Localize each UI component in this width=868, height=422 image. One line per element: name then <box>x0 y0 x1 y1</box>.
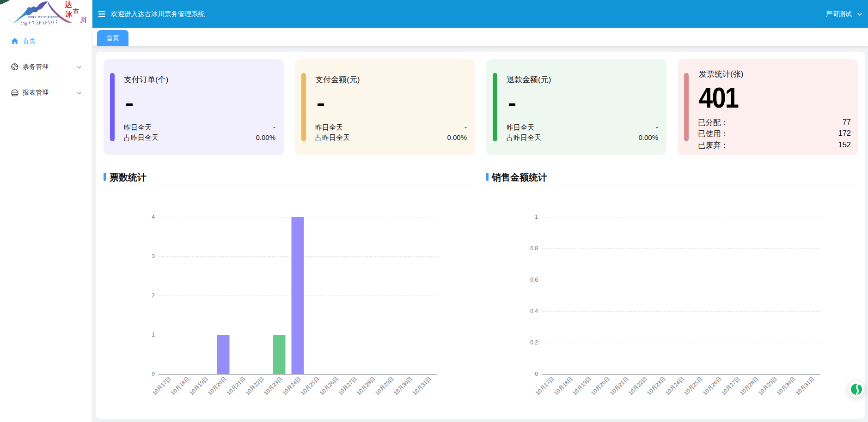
svg-text:10月27日: 10月27日 <box>337 375 358 397</box>
svg-text:10月20日: 10月20日 <box>590 375 611 397</box>
svg-text:10月26日: 10月26日 <box>318 375 340 397</box>
svg-text:0.8: 0.8 <box>530 245 538 252</box>
svg-text:1: 1 <box>535 214 538 220</box>
svg-text:10月31日: 10月31日 <box>411 375 433 397</box>
svg-text:10月24日: 10月24日 <box>664 375 685 397</box>
svg-text:Dagu Holy-glacier: Dagu Holy-glacier <box>28 15 60 18</box>
svg-text:10月29日: 10月29日 <box>757 375 778 397</box>
svg-text:10月31日: 10月31日 <box>795 375 816 397</box>
svg-text:川: 川 <box>80 16 87 24</box>
svg-text:4: 4 <box>152 214 155 220</box>
svg-text:10月19日: 10月19日 <box>188 375 209 397</box>
svg-text:10月19日: 10月19日 <box>571 375 593 397</box>
svg-text:10月27日: 10月27日 <box>720 375 741 397</box>
svg-text:10月17日: 10月17日 <box>534 375 556 397</box>
svg-text:10月29日: 10月29日 <box>374 375 395 397</box>
svg-text:10月22日: 10月22日 <box>627 375 648 397</box>
svg-text:10月17日: 10月17日 <box>151 375 172 397</box>
svg-text:0: 0 <box>535 371 538 377</box>
svg-text:10月21日: 10月21日 <box>609 375 630 397</box>
svg-text:10月30日: 10月30日 <box>392 375 414 397</box>
svg-text:0.2: 0.2 <box>530 339 538 346</box>
svg-text:10月21日: 10月21日 <box>226 375 247 397</box>
svg-text:0.4: 0.4 <box>530 308 538 314</box>
svg-text:10月24日: 10月24日 <box>281 375 302 397</box>
svg-text:10月18日: 10月18日 <box>170 375 191 397</box>
svg-text:10月23日: 10月23日 <box>646 375 667 397</box>
svg-text:0.6: 0.6 <box>530 277 538 283</box>
svg-text:10月26日: 10月26日 <box>702 375 723 397</box>
svg-text:10月30日: 10月30日 <box>776 375 797 397</box>
svg-text:10月28日: 10月28日 <box>739 375 760 397</box>
svg-text:10月25日: 10月25日 <box>683 375 704 397</box>
svg-text:古: 古 <box>73 7 79 14</box>
svg-text:10月18日: 10月18日 <box>553 375 574 397</box>
svg-text:10月23日: 10月23日 <box>263 375 284 397</box>
svg-text:2: 2 <box>152 292 155 299</box>
svg-text:1: 1 <box>152 332 155 338</box>
svg-text:10月28日: 10月28日 <box>355 375 377 397</box>
svg-text:冰: 冰 <box>65 10 73 18</box>
svg-text:10月22日: 10月22日 <box>244 375 265 397</box>
svg-text:10月25日: 10月25日 <box>300 375 321 397</box>
svg-text:0: 0 <box>152 371 155 377</box>
svg-text:3: 3 <box>152 253 155 259</box>
svg-text:达: 达 <box>64 0 72 8</box>
svg-text:10月20日: 10月20日 <box>207 375 228 397</box>
